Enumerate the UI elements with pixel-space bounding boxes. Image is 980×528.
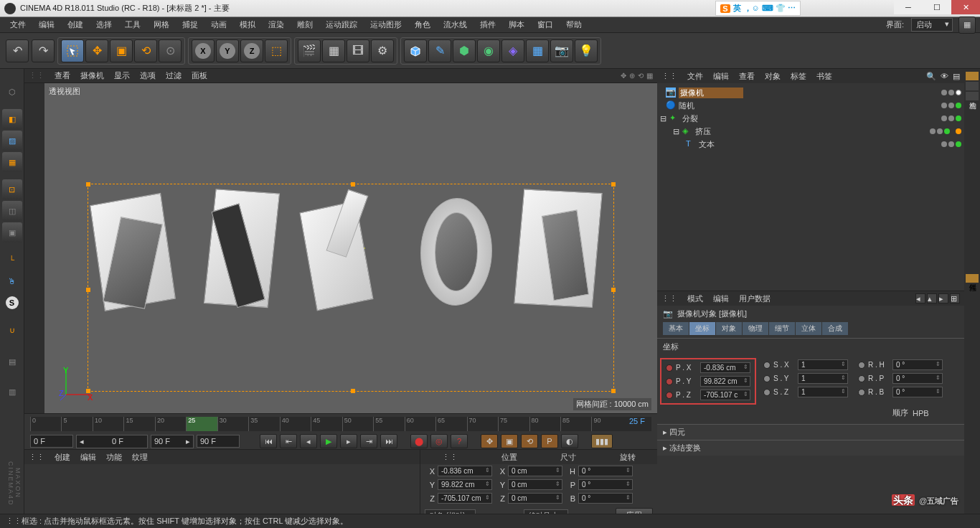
attr-mode[interactable]: 模式 (687, 293, 703, 304)
menu-select[interactable]: 选择 (90, 18, 118, 32)
attr-prev[interactable]: ◂ (915, 293, 925, 303)
panel-drag-icon[interactable]: ⋮⋮ (29, 71, 44, 80)
last-tool[interactable]: ⊙ (159, 39, 182, 62)
tl-record[interactable]: ⬤ (410, 434, 428, 448)
menu-help[interactable]: 帮助 (560, 18, 588, 32)
attr-new[interactable]: ⊞ (950, 293, 960, 303)
vp-layout-icon[interactable]: ▦ (646, 72, 653, 80)
vp-panel[interactable]: 面板 (192, 70, 207, 81)
scale-tool[interactable]: ▣ (110, 39, 133, 62)
attr-py[interactable]: 99.822 cm (700, 376, 750, 387)
attr-fold-quaternion[interactable]: 四元 (657, 424, 964, 440)
menu-edit[interactable]: 编辑 (33, 18, 60, 32)
render-settings[interactable]: ⚙ (371, 39, 394, 62)
z-axis-lock[interactable]: Z (240, 39, 263, 62)
tl-end2[interactable]: 90 F (197, 435, 240, 448)
texture-mode[interactable]: ▨ (2, 131, 22, 151)
deformer[interactable]: ◈ (501, 39, 524, 62)
vp-options[interactable]: 选项 (140, 70, 156, 81)
generator[interactable]: ⬢ (453, 39, 476, 62)
tl-start[interactable]: 0 F (30, 435, 73, 448)
obj-file[interactable]: 文件 (687, 71, 703, 82)
menu-tracking[interactable]: 运动跟踪 (320, 18, 363, 32)
vp-orbit-icon[interactable]: ⟲ (638, 72, 644, 80)
sidetab-content[interactable]: 内容浏览 (966, 82, 979, 90)
close-button[interactable]: ✕ (951, 0, 980, 14)
attr-rh[interactable]: 0 ° (892, 359, 943, 370)
menu-plugins[interactable]: 插件 (474, 18, 501, 32)
menu-sim[interactable]: 模拟 (234, 18, 261, 32)
attr-up[interactable]: ▴ (927, 293, 937, 303)
axis-mode[interactable]: └ (2, 250, 22, 270)
obj-bookmark[interactable]: 书签 (816, 71, 832, 82)
timeline-ruler[interactable]: 051015202530354045505560657075808590 25 … (30, 417, 651, 431)
layout-icon[interactable]: ▦ (958, 16, 976, 34)
viewport-solo[interactable]: 🖱 (2, 271, 22, 291)
object-tree[interactable]: 📷摄像机 🔵随机 ⊟✦分裂 ⊟◈挤压 T文本 (657, 83, 964, 154)
vp-filter[interactable]: 过滤 (166, 70, 182, 81)
attr-rp[interactable]: 0 ° (892, 373, 943, 384)
rot-p[interactable]: 0 ° (578, 479, 633, 490)
tl-nextkey[interactable]: ⇥ (360, 434, 377, 448)
point-mode[interactable]: ⊡ (2, 179, 22, 199)
sidetab-structure[interactable]: 构造 (966, 92, 979, 100)
menu-snap[interactable]: 捕捉 (176, 18, 204, 32)
environment[interactable]: ▦ (526, 39, 549, 62)
camera-add[interactable]: 📷 (550, 39, 573, 62)
obj-obj[interactable]: 对象 (765, 71, 781, 82)
pos-y[interactable]: 99.822 cm (438, 479, 492, 490)
tl-pla[interactable]: ◐ (561, 434, 578, 448)
select-tool[interactable] (61, 39, 84, 62)
tree-fracture[interactable]: ⊟✦分裂 (660, 112, 961, 125)
size-z[interactable]: 0 cm (508, 493, 562, 504)
render-region[interactable]: ▦ (322, 39, 345, 62)
snap-toggle[interactable]: S (2, 293, 22, 313)
obj-search-icon[interactable]: 🔍 (926, 72, 936, 81)
minimize-button[interactable]: ─ (894, 0, 923, 14)
attr-edit[interactable]: 编辑 (713, 293, 729, 304)
poly-mode[interactable]: ▣ (2, 222, 22, 242)
attr-order-drop[interactable]: HPB (913, 409, 956, 418)
size-x[interactable]: 0 cm (508, 466, 562, 476)
mat-texture[interactable]: 纹理 (132, 452, 148, 463)
tl-end[interactable]: 90 F▸ (151, 435, 194, 448)
attr-tab-stereo[interactable]: 立体 (796, 322, 821, 335)
tl-play[interactable]: ▶ (320, 434, 337, 448)
workplane-mode[interactable]: ▦ (2, 152, 22, 172)
attr-fold-freeze[interactable]: 冻结变换 (657, 440, 964, 456)
obj-eye-icon[interactable]: 👁 (941, 72, 948, 81)
vp-pan-icon[interactable]: ✥ (621, 72, 626, 80)
tl-last[interactable]: ⏭ (380, 434, 397, 448)
menu-character[interactable]: 角色 (409, 18, 436, 32)
rot-h[interactable]: 0 ° (578, 466, 633, 476)
attr-tab-object[interactable]: 对象 (716, 322, 742, 335)
mat-function[interactable]: 功能 (106, 452, 122, 463)
light-add[interactable]: 💡 (575, 39, 598, 62)
attr-next[interactable]: ▸ (938, 293, 948, 303)
soft-select[interactable]: ∪ (2, 320, 22, 340)
attr-sy[interactable]: 1 (798, 373, 848, 384)
tl-rot[interactable]: ⟲ (521, 434, 538, 448)
menu-mograph[interactable]: 运动图形 (364, 18, 407, 32)
generator-2[interactable]: ◉ (477, 39, 500, 62)
render-view[interactable]: 🎬 (298, 39, 321, 62)
ime-bar[interactable]: S 英 ，☺ ⌨ 👕 ⋯ (715, 1, 801, 16)
tl-keysel[interactable]: ? (451, 434, 468, 448)
attr-tab-detail[interactable]: 细节 (769, 322, 795, 335)
tl-pos[interactable]: ✥ (481, 434, 498, 448)
vp-zoom-icon[interactable]: ⊕ (629, 72, 635, 80)
mat-edit[interactable]: 编辑 (80, 452, 96, 463)
attr-tab-basic[interactable]: 基本 (663, 322, 689, 335)
obj-view[interactable]: 查看 (739, 71, 755, 82)
menu-tools[interactable]: 工具 (119, 18, 146, 32)
coord-system[interactable]: ⬚ (265, 39, 288, 62)
panel-drag-icon[interactable]: ⋮⋮ (29, 453, 44, 462)
tl-scl[interactable]: ▣ (501, 434, 518, 448)
model-mode[interactable]: ◧ (2, 109, 22, 129)
tl-current[interactable]: ◂0 F (76, 435, 148, 448)
tl-next[interactable]: ▸ (340, 434, 357, 448)
tl-prevkey[interactable]: ⇤ (280, 434, 297, 448)
maximize-button[interactable]: ☐ (923, 0, 951, 14)
rot-b[interactable]: 0 ° (578, 493, 633, 504)
make-editable[interactable]: ⬡ (2, 82, 22, 102)
